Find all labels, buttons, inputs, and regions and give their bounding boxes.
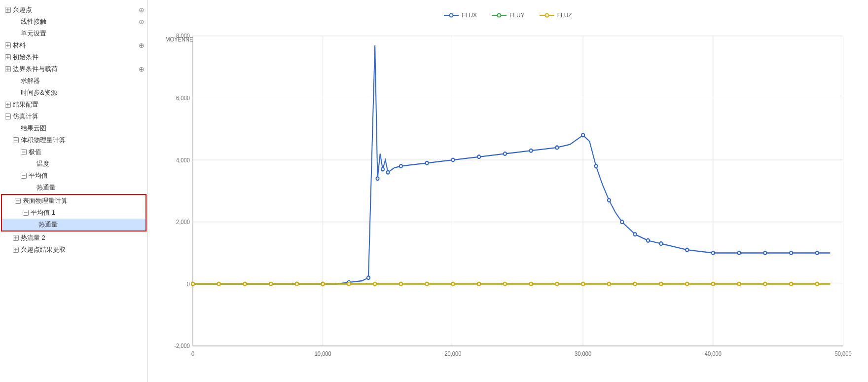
svg-point-122 <box>269 282 272 286</box>
collapse-icon[interactable] <box>14 197 22 205</box>
svg-point-80 <box>555 146 558 150</box>
chart-svg: -2,00002,0004,0006,0008,000010,00020,000… <box>158 25 858 374</box>
svg-point-134 <box>581 282 584 286</box>
expand-icon[interactable] <box>12 234 20 242</box>
sidebar-item-chushitiaojian[interactable]: 初始条件 <box>0 51 147 63</box>
item-label: 热通量 <box>38 220 145 229</box>
svg-point-133 <box>555 282 558 286</box>
legend-item-FLUZ: FLUZ <box>540 12 572 19</box>
collapse-icon[interactable] <box>4 113 12 120</box>
collapse-icon[interactable] <box>20 172 28 180</box>
sidebar-item-biaomianjisuanminus[interactable]: 表面物理量计算 <box>2 195 145 207</box>
sidebar-item-retongliangVolume[interactable]: 热通量 <box>0 182 147 193</box>
svg-point-137 <box>659 282 662 286</box>
svg-point-123 <box>295 282 298 286</box>
item-label: 求解器 <box>21 76 147 85</box>
add-icon[interactable]: ⊕ <box>139 41 145 49</box>
sidebar-item-xingqudian2plus[interactable]: 兴趣点结果提取 <box>0 244 147 256</box>
expand-icon[interactable] <box>4 6 12 14</box>
svg-point-70 <box>367 276 370 279</box>
expand-icon[interactable] <box>12 246 20 254</box>
svg-point-142 <box>790 282 793 286</box>
item-label: 表面物理量计算 <box>23 196 145 205</box>
svg-point-72 <box>381 167 384 171</box>
sidebar-item-reliu2plus[interactable]: 热流量 2 <box>0 232 147 244</box>
svg-text:40,000: 40,000 <box>705 350 722 358</box>
sidebar-item-jizhi[interactable]: 极值 <box>0 146 147 158</box>
svg-text:-2,000: -2,000 <box>174 343 190 350</box>
svg-point-81 <box>581 133 584 137</box>
collapse-icon[interactable] <box>20 148 28 156</box>
sidebar-item-pingjunzhi1[interactable]: 平均值 1 <box>2 207 145 219</box>
svg-point-38 <box>545 14 548 17</box>
svg-point-73 <box>387 171 390 174</box>
legend-line-FLUY <box>492 12 506 18</box>
sidebar-item-xingqudian[interactable]: 兴趣点⊕ <box>0 4 147 16</box>
svg-point-91 <box>763 251 766 255</box>
svg-text:4,000: 4,000 <box>176 156 190 164</box>
sidebar-item-shijianbu[interactable]: 时间步&资源 <box>0 87 147 99</box>
item-label: 结果配置 <box>13 100 147 109</box>
svg-point-85 <box>634 232 637 236</box>
expand-icon[interactable] <box>4 53 12 61</box>
sidebar-item-wendu[interactable]: 温度 <box>0 158 147 170</box>
sidebar-item-cailiao[interactable]: 材料⊕ <box>0 39 147 51</box>
chart-wrapper: -2,00002,0004,0006,0008,000010,00020,000… <box>158 25 858 374</box>
add-icon[interactable]: ⊕ <box>139 6 145 14</box>
svg-point-124 <box>322 282 325 286</box>
svg-point-86 <box>647 239 650 242</box>
expand-icon[interactable] <box>4 65 12 73</box>
sidebar-item-xianxing[interactable]: 线性接触⊕ <box>0 16 147 28</box>
add-icon[interactable]: ⊕ <box>139 18 145 26</box>
item-label: 体积物理量计算 <box>21 136 147 145</box>
svg-text:50,000: 50,000 <box>835 350 852 358</box>
sidebar-item-retongliangSurface[interactable]: 热通量 <box>2 219 145 230</box>
sidebar-item-qiujieqi[interactable]: 求解器 <box>0 75 147 87</box>
svg-text:0: 0 <box>187 280 190 288</box>
item-label: 热流量 2 <box>21 233 147 242</box>
svg-point-128 <box>426 282 429 286</box>
add-icon[interactable]: ⊕ <box>139 65 145 73</box>
legend-line-FLUX <box>444 12 459 18</box>
svg-point-125 <box>347 282 350 286</box>
expand-icon[interactable] <box>4 41 12 49</box>
sidebar-item-fangzhenjisuanminus[interactable]: 仿真计算 <box>0 111 147 122</box>
svg-point-36 <box>498 14 501 17</box>
svg-point-77 <box>477 155 480 158</box>
svg-point-127 <box>399 282 402 286</box>
sidebar-item-bianjie[interactable]: 边界条件与载荷⊕ <box>0 63 147 75</box>
item-label: 兴趣点 <box>13 5 139 14</box>
sidebar-item-pingjunzhi[interactable]: 平均值 <box>0 170 147 182</box>
legend-item-FLUX: FLUX <box>444 12 477 19</box>
svg-point-131 <box>504 282 506 286</box>
svg-text:20,000: 20,000 <box>444 350 461 358</box>
legend-label-FLUY: FLUY <box>509 12 525 19</box>
item-label: 仿真计算 <box>13 112 147 121</box>
svg-point-129 <box>451 282 454 286</box>
svg-point-76 <box>451 158 454 162</box>
collapse-icon[interactable] <box>12 136 20 144</box>
svg-point-89 <box>712 251 715 255</box>
svg-text:MOYENNE: MOYENNE <box>165 36 193 43</box>
svg-point-139 <box>712 282 715 286</box>
expand-icon[interactable] <box>4 101 12 109</box>
item-label: 平均值 <box>29 171 147 180</box>
sidebar-item-tijijishuan[interactable]: 体积物理量计算 <box>0 134 147 146</box>
sidebar-item-jieguopeizhiplus[interactable]: 结果配置 <box>0 99 147 111</box>
svg-point-93 <box>816 251 819 255</box>
item-label: 初始条件 <box>13 53 147 62</box>
svg-point-75 <box>426 161 429 165</box>
sidebar-item-danyuan[interactable]: 单元设置 <box>0 28 147 39</box>
svg-point-140 <box>738 282 741 286</box>
svg-point-34 <box>450 14 453 17</box>
legend-item-FLUY: FLUY <box>492 12 525 19</box>
sidebar: 兴趣点⊕线性接触⊕单元设置材料⊕初始条件边界条件与载荷⊕求解器时间步&资源结果配… <box>0 0 148 382</box>
sidebar-item-jieguo[interactable]: 结果云图 <box>0 122 147 134</box>
svg-point-135 <box>608 282 611 286</box>
collapse-icon[interactable] <box>22 209 30 217</box>
svg-text:0: 0 <box>191 350 195 358</box>
svg-text:2,000: 2,000 <box>176 219 190 226</box>
item-label: 温度 <box>36 159 147 168</box>
svg-point-79 <box>530 149 533 153</box>
svg-point-88 <box>686 248 688 252</box>
